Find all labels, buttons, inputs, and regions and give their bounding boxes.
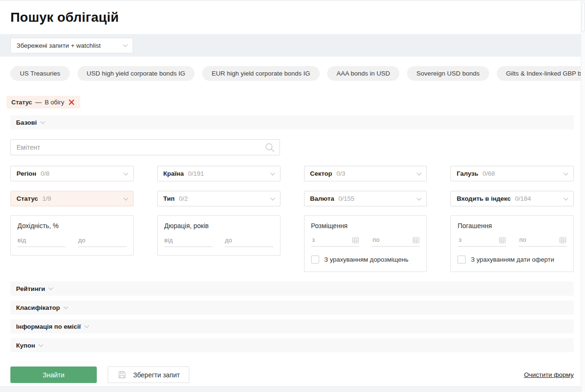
chevron-down-icon (39, 342, 43, 347)
chevron-down-icon (123, 196, 128, 200)
scrollbar-thumb[interactable] (582, 2, 585, 32)
filter-count: 0/8 (41, 170, 50, 177)
maturity-to-input[interactable] (518, 236, 559, 244)
filter-dropdown-status[interactable]: Статус 1/9 (10, 191, 134, 206)
section-header-basic[interactable]: Базові (10, 115, 574, 129)
filter-count: 1/9 (42, 195, 51, 202)
filter-count: 0/191 (188, 170, 204, 177)
chevron-down-icon (49, 286, 53, 290)
bond-search-page: { "page": { "title": "Пошук облігацій" }… (0, 0, 585, 392)
chevron-down-icon (564, 196, 568, 200)
calendar-icon[interactable] (352, 236, 359, 244)
preset-pill-usd-hy-ig[interactable]: USD high yield corporate bonds IG (77, 66, 195, 81)
range-filters-row: Дохідність, % Дюрація, років Розміщення (10, 215, 574, 272)
filter-dropdown-type[interactable]: Тип 0/2 (157, 191, 280, 206)
placement-date-label: Розміщення (311, 222, 420, 230)
bottom-divider-band (0, 386, 585, 392)
page-title: Пошук облігацій (10, 10, 119, 25)
chevron-down-icon (123, 170, 128, 175)
maturity-date-label: Погашення (458, 222, 567, 230)
save-query-label: Зберегти запит (133, 371, 180, 379)
form-actions: Знайти Зберегти запит Очистити форму (10, 366, 574, 383)
remove-filter-icon[interactable] (68, 99, 75, 105)
preset-pill-gilts-gbp[interactable]: Gilts & Index-linked GBP bonds (497, 66, 585, 81)
section-header-issue-info-label: Інформація по емісії (16, 323, 81, 330)
saved-queries-select-label: Збережені запити + watchlist (17, 42, 101, 49)
calendar-icon[interactable] (412, 236, 420, 244)
duration-range-box: Дюрація, років (157, 215, 280, 256)
chevron-down-icon (85, 324, 89, 328)
checkbox-unchecked[interactable] (311, 256, 319, 264)
section-header-coupon-label: Купон (16, 342, 35, 349)
search-form: US Treasuries USD high yield corporate b… (0, 66, 585, 383)
scrollbar-track[interactable] (581, 1, 585, 392)
chevron-down-icon (564, 170, 568, 175)
yield-to-input[interactable] (78, 237, 126, 247)
filter-dropdown-currency[interactable]: Валюта 0/155 (304, 191, 427, 206)
preset-pill-aaa-usd[interactable]: AAA bonds in USD (327, 66, 399, 81)
save-icon (117, 370, 127, 380)
filter-count: 0/3 (336, 170, 345, 177)
section-header-basic-label: Базові (16, 119, 37, 126)
page-header: Пошук облігацій (0, 1, 585, 34)
section-header-issue-info[interactable]: Інформація по емісії (10, 319, 574, 333)
save-query-button[interactable]: Зберегти запит (108, 366, 189, 383)
placement-to-input[interactable] (372, 236, 412, 244)
maturity-from-input[interactable] (458, 236, 498, 244)
section-header-ratings[interactable]: Рейтинги (10, 281, 574, 296)
section-header-classifier[interactable]: Класифікатор (10, 300, 574, 315)
duration-from-input[interactable] (164, 237, 212, 247)
chevron-down-icon (417, 170, 422, 175)
dropdown-filters-grid: Регіон 0/8 Країна 0/191 Сектор 0/3 Галуз… (10, 166, 574, 206)
preset-pill-eur-hy-ig[interactable]: EUR high yield corporate bonds IG (202, 66, 320, 81)
yield-range-box: Дохідність, % (10, 215, 134, 256)
chevron-down-icon (41, 119, 45, 124)
active-filter-tag: Статус — В обігу (7, 96, 80, 109)
duration-range-label: Дюрація, років (164, 222, 273, 230)
preset-pills-row: US Treasuries USD high yield corporate b… (10, 66, 574, 81)
section-header-ratings-label: Рейтинги (16, 285, 45, 292)
duration-to-input[interactable] (225, 237, 273, 247)
filter-dropdown-region[interactable]: Регіон 0/8 (10, 166, 134, 181)
issuer-search-wrap (10, 139, 280, 155)
yield-from-input[interactable] (17, 237, 66, 247)
issuer-search-input[interactable] (10, 139, 280, 155)
placement-additional-checkbox[interactable]: З урахуванням дорозміщень (311, 256, 420, 264)
chevron-down-icon (270, 170, 275, 175)
section-header-classifier-label: Класифікатор (16, 304, 60, 311)
filter-count: 0/184 (515, 195, 531, 202)
clear-form-link[interactable]: Очистити форму (524, 371, 574, 378)
preset-pill-sovereign-usd[interactable]: Sovereign USD bonds (407, 66, 489, 81)
placement-date-box: Розміщення (304, 215, 427, 272)
filter-dropdown-industry[interactable]: Галузь 0/68 (450, 166, 574, 181)
calendar-icon[interactable] (499, 236, 506, 244)
filter-count: 0/155 (339, 195, 355, 202)
chevron-down-icon (270, 196, 275, 200)
filter-count: 0/68 (483, 170, 495, 177)
saved-queries-band: Збережені запити + watchlist (0, 34, 585, 57)
calendar-icon[interactable] (559, 236, 567, 244)
chevron-down-icon (63, 305, 68, 309)
active-filter-name: Статус (11, 99, 32, 106)
yield-range-label: Дохідність, % (17, 222, 127, 230)
active-filter-separator: — (35, 99, 42, 106)
filter-dropdown-country[interactable]: Країна 0/191 (157, 166, 280, 181)
maturity-date-box: Погашення (450, 215, 574, 272)
filter-dropdown-sector[interactable]: Сектор 0/3 (304, 166, 427, 181)
section-header-coupon[interactable]: Купон (10, 338, 574, 352)
chevron-down-icon (123, 43, 128, 47)
active-filter-value: В обігу (45, 99, 64, 106)
preset-pill-us-treasuries[interactable]: US Treasuries (10, 66, 70, 81)
maturity-offer-checkbox[interactable]: З урахуванням дати оферти (458, 256, 567, 264)
filter-dropdown-index[interactable]: Входить в індекс 0/184 (450, 191, 574, 206)
chevron-down-icon (417, 196, 422, 200)
checkbox-unchecked[interactable] (458, 256, 466, 264)
placement-from-input[interactable] (311, 236, 352, 244)
find-button[interactable]: Знайти (10, 366, 97, 383)
saved-queries-select[interactable]: Збережені запити + watchlist (10, 38, 133, 53)
filter-count: 0/2 (179, 195, 188, 202)
active-filters-row: Статус — В обігу (7, 96, 574, 109)
